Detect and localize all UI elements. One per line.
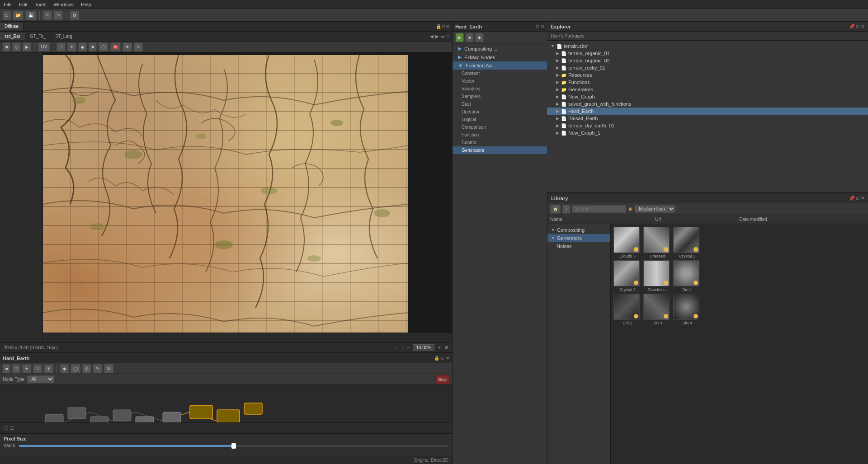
middle-expand-icon[interactable]: □ <box>536 24 539 29</box>
node-tb-8[interactable]: ◎ <box>82 364 91 373</box>
vt-btn-5[interactable]: ✦ <box>67 42 76 52</box>
lib-cat-noises[interactable]: Noises <box>547 242 610 250</box>
nt-btn-1[interactable]: Bmp <box>435 375 449 384</box>
lib-home-btn[interactable]: 🏠 <box>550 205 561 214</box>
node-tb-1[interactable]: ■ <box>3 364 10 373</box>
thumb-dirt4[interactable]: Dirt 4 <box>673 294 701 325</box>
menu-help[interactable]: Help <box>81 2 91 7</box>
cat-variables[interactable]: Variables <box>453 85 547 93</box>
viewport-canvas[interactable] <box>0 52 452 342</box>
zoom-out-icon[interactable]: − <box>406 345 409 350</box>
vt-btn-1[interactable]: ■ <box>3 42 10 52</box>
cat-constant[interactable]: Constant <box>453 70 547 77</box>
cat-samplers[interactable]: Samplers <box>453 93 547 100</box>
mt-btn-3[interactable]: ◆ <box>475 33 484 42</box>
tree-terrain-organic-02[interactable]: ▶ 📄 terrain_organic_02 <box>547 57 868 64</box>
vt-btn-9[interactable]: ⛔ <box>110 42 121 52</box>
cat-operator[interactable]: Operator <box>453 108 547 116</box>
he-close-icon[interactable]: ✕ <box>446 356 449 361</box>
lib-expand-icon[interactable]: □ <box>856 196 859 201</box>
lib-cat-generators[interactable]: ▼ Generators <box>547 234 610 242</box>
open-button[interactable]: 📂 <box>13 11 24 20</box>
lock-icon[interactable]: 🔒 <box>436 24 441 29</box>
star-icon[interactable]: ★ <box>628 206 633 212</box>
node-tb-4[interactable]: ⚆ <box>33 364 42 373</box>
menu-edit[interactable]: Edit <box>19 2 28 7</box>
node-tb-9[interactable]: ✎ <box>93 364 102 373</box>
thumb-dirt1[interactable]: Dirt 1 <box>673 260 701 292</box>
node-tb-6[interactable]: ◆ <box>60 364 69 373</box>
tab-gt-to[interactable]: GT_To_ <box>25 33 51 40</box>
node-tb-7[interactable]: ◯ <box>71 364 80 373</box>
node-tb-2[interactable]: □ <box>12 364 20 373</box>
vt-btn-10[interactable]: 👁 <box>123 42 132 52</box>
tree-terrain-dry[interactable]: ▶ 📄 terrain_dry_earth_01 <box>547 122 868 129</box>
window-icon[interactable]: □ <box>447 34 449 39</box>
menu-file[interactable]: File <box>4 2 12 7</box>
fit-icon[interactable]: ↔ <box>394 345 398 350</box>
he-expand-icon[interactable]: □ <box>441 356 444 361</box>
save-button[interactable]: 💾 <box>25 11 36 20</box>
lib-add-btn[interactable]: + <box>562 205 570 214</box>
cat-vector[interactable]: Vector <box>453 77 547 85</box>
tree-new-graph[interactable]: ▶ 📄 New_Graph <box>547 93 868 100</box>
compositing-item[interactable]: ▶ Compositing ... <box>453 44 547 53</box>
tree-new-graph-1[interactable]: ▶ 📄 New_Graph_1 <box>547 129 868 136</box>
width-slider[interactable] <box>19 445 448 447</box>
thumb-clouds3[interactable]: Clouds 3 <box>613 227 642 258</box>
new-button[interactable]: □ <box>3 11 11 20</box>
zoom-settings-icon[interactable]: ⚙ <box>444 345 448 350</box>
vt-btn-8[interactable]: ◯ <box>99 42 108 52</box>
tree-terrain-organic-01[interactable]: ▶ 📄 terrain_organic_01 <box>547 50 868 57</box>
lib-pin-icon[interactable]: 📌 <box>849 196 854 201</box>
menu-tools[interactable]: Tools <box>35 2 47 7</box>
middle-close-icon[interactable]: ✕ <box>541 24 544 29</box>
thumb-crystal1[interactable]: Crystal 1 <box>673 227 701 258</box>
cat-generators[interactable]: Generators <box>453 146 547 154</box>
fxmap-item[interactable]: ▶ FxMap Nodes <box>453 53 547 61</box>
view-mode-select[interactable]: Medium Icon <box>635 205 675 213</box>
vt-btn-4[interactable]: ⚆ <box>57 42 66 52</box>
node-tb-3[interactable]: ✦ <box>22 364 31 373</box>
thumb-directional[interactable]: Direction... <box>643 260 671 292</box>
exp-expand-icon[interactable]: □ <box>856 24 859 29</box>
tree-hard-earth[interactable]: ▶ 📄 Hard_Earth <box>547 108 868 115</box>
thumb-creased[interactable]: Creased <box>643 227 671 258</box>
tab-srd-ear[interactable]: srd_Ear <box>0 33 25 40</box>
vt-btn-11[interactable]: ✎ <box>134 42 143 52</box>
tab-3t-larg[interactable]: 3T_Larg <box>51 33 77 40</box>
next-icon[interactable]: ▶ <box>435 34 439 39</box>
cat-function[interactable]: Function <box>453 131 547 139</box>
undo-button[interactable]: ↶ <box>43 11 52 20</box>
he-lock-icon[interactable]: 🔒 <box>434 356 439 361</box>
tree-functions[interactable]: ▶ 📁 Functions <box>547 79 868 86</box>
vt-btn-2[interactable]: ◇ <box>12 42 21 52</box>
grid-icon[interactable]: ☷ <box>441 34 445 39</box>
function-nodes-item[interactable]: ▼ Function No... <box>453 61 547 70</box>
vt-btn-7[interactable]: ■ <box>89 42 96 52</box>
tree-balsalt-earth[interactable]: ▶ 📄 Balsalt_Earth <box>547 115 868 122</box>
tree-resources[interactable]: ▶ 📁 Resources <box>547 71 868 79</box>
lib-close-icon[interactable]: ✕ <box>861 196 864 201</box>
mt-btn-2[interactable]: ■ <box>466 33 473 42</box>
close-icon[interactable]: ✕ <box>446 24 449 29</box>
redo-button[interactable]: ↷ <box>54 11 63 20</box>
zoom-in-icon[interactable]: + <box>438 345 441 350</box>
tree-saved-graph[interactable]: ▶ 📄 saved_graph_with_functions <box>547 100 868 108</box>
node-tb-10[interactable]: 🛈 <box>104 364 113 373</box>
thumb-crystal2[interactable]: Crystal 2 <box>613 260 642 292</box>
thumb-dirt3[interactable]: Dirt 3 <box>643 294 671 325</box>
node-canvas[interactable] <box>0 385 452 422</box>
exp-pin-icon[interactable]: 📌 <box>849 24 854 29</box>
tree-terrain-sbs[interactable]: ▼ 📄 terrain.sbs* <box>547 42 868 50</box>
cat-cast[interactable]: Cast <box>453 100 547 108</box>
uv-button[interactable]: UV <box>38 42 50 52</box>
tree-terrain-rocky-01[interactable]: ▶ 📄 terrain_rocky_01 <box>547 64 868 71</box>
thumb-dirt2[interactable]: Dirt 2 <box>613 294 642 325</box>
lib-cat-compositing[interactable]: ▼ Compositing <box>547 226 610 234</box>
cat-control[interactable]: Control <box>453 139 547 146</box>
search-input[interactable] <box>572 205 626 213</box>
cat-comparison[interactable]: Comparison <box>453 123 547 131</box>
cat-logical[interactable]: Logical <box>453 116 547 123</box>
menu-windows[interactable]: Windows <box>53 2 74 7</box>
